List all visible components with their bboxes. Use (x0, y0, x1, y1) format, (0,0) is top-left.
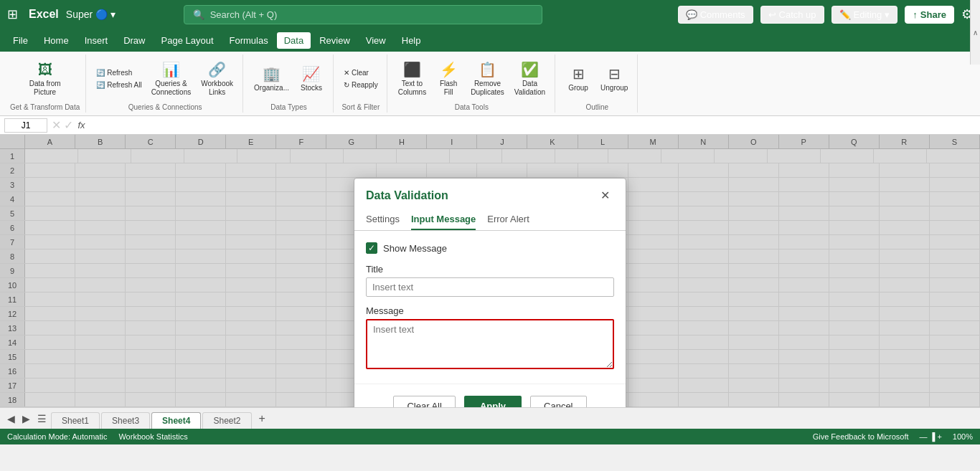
title-field-label: Title (366, 264, 614, 275)
cancel-button[interactable]: Cancel (530, 396, 586, 407)
ungroup-button[interactable]: ⊟ Ungroup (597, 63, 631, 95)
stocks-icon: 📈 (302, 65, 320, 82)
account-chevron[interactable]: ▾ (110, 9, 116, 20)
flash-fill-button[interactable]: ⚡ FlashFill (433, 59, 464, 99)
data-from-picture-icon: 🖼 (38, 62, 52, 78)
dialog-footer: Clear All Apply Cancel (354, 384, 626, 407)
search-input[interactable] (210, 9, 533, 20)
title-bar-left: ⊞ Excel Super 🔵 ▾ (7, 6, 116, 22)
ribbon-group-outline: ⊞ Group ⊟ Ungroup Outline (557, 54, 638, 113)
ribbon-group-queries: 🔄 Refresh 🔄 Refresh All 📊 Queries &Conne… (88, 54, 243, 113)
ribbon-group-label-data-tools: Data Tools (455, 103, 489, 111)
refresh-all-button[interactable]: 🔄 Refresh All (93, 80, 144, 90)
comments-button[interactable]: 💬 Comments (678, 6, 753, 24)
workbook-stats-label[interactable]: Workbook Statistics (118, 432, 187, 441)
dialog-close-button[interactable]: ✕ (596, 187, 614, 204)
reapply-icon: ↻ (344, 81, 349, 89)
show-message-row: ✓ Show Message (366, 242, 614, 254)
formula-bar-divider: ✕ ✓ (52, 118, 73, 132)
formula-input[interactable] (90, 120, 976, 130)
menu-formulas[interactable]: Formulas (222, 32, 275, 49)
ribbon-group-data-types: 🏢 Organiza... 📈 Stocks Data Types (245, 54, 334, 113)
cell-reference-input[interactable] (4, 118, 47, 133)
share-icon: ↑ (913, 9, 918, 20)
ribbon-group-label-data-types: Data Types (270, 103, 306, 111)
catchup-icon: ↩ (768, 9, 776, 20)
calculation-mode-label: Calculation Mode: Automatic (7, 432, 107, 441)
menu-review[interactable]: Review (312, 32, 357, 49)
ribbon-group-sort-filter-content: ✕ Clear ↻ Reapply (341, 56, 381, 102)
search-icon: 🔍 (193, 9, 204, 20)
ribbon: 🖼 Data fromPicture Get & Transform Data … (0, 52, 980, 116)
tab-settings[interactable]: Settings (366, 209, 400, 230)
comments-icon: 💬 (686, 9, 697, 20)
queries-connections-button[interactable]: 📊 Queries &Connections (148, 59, 195, 99)
excel-logo: Excel (29, 8, 59, 21)
show-message-checkbox[interactable]: ✓ (366, 242, 377, 254)
status-bar-left: Calculation Mode: Automatic Workbook Sta… (7, 432, 188, 441)
account-icon: 🔵 (95, 9, 108, 20)
search-bar[interactable]: 🔍 (184, 5, 542, 24)
sheet-tab-sheet4[interactable]: Sheet4 (151, 412, 201, 429)
sheet-tab-sheet2[interactable]: Sheet2 (202, 412, 251, 429)
ribbon-group-get-transform: 🖼 Data fromPicture Get & Transform Data (4, 54, 86, 113)
message-field-label: Message (366, 305, 614, 316)
menu-draw[interactable]: Draw (116, 32, 152, 49)
text-to-columns-icon: ⬛ (403, 61, 421, 78)
menu-bar: File Home Insert Draw Page Layout Formul… (0, 29, 980, 52)
clear-button[interactable]: ✕ Clear (341, 67, 381, 78)
remove-duplicates-button[interactable]: 📋 RemoveDuplicates (467, 59, 508, 99)
refresh-icon: 🔄 (96, 69, 105, 77)
menu-help[interactable]: Help (395, 32, 428, 49)
flash-fill-icon: ⚡ (440, 61, 458, 78)
reapply-button[interactable]: ↻ Reapply (341, 80, 381, 90)
ribbon-collapse-button[interactable]: ∧ (970, 0, 980, 65)
catchup-button[interactable]: ↩ Catch up (760, 6, 824, 24)
stocks-button[interactable]: 📈 Stocks (296, 63, 327, 95)
ribbon-col-refresh: 🔄 Refresh 🔄 Refresh All (93, 67, 144, 90)
title-field-input[interactable] (366, 277, 614, 297)
status-bar: Calculation Mode: Automatic Workbook Sta… (0, 429, 980, 444)
workbook-links-button[interactable]: 🔗 WorkbookLinks (197, 59, 237, 99)
sheet-tab-sheet1[interactable]: Sheet1 (51, 412, 100, 429)
data-validation-dialog: Data Validation ✕ Settings Input Message… (354, 178, 626, 407)
ribbon-group-label-sort-filter: Sort & Filter (341, 103, 380, 111)
data-from-picture-button[interactable]: 🖼 Data fromPicture (26, 60, 65, 99)
feedback-label[interactable]: Give Feedback to Microsoft (813, 432, 909, 441)
menu-file[interactable]: File (6, 32, 35, 49)
show-message-label: Show Message (383, 243, 447, 254)
main-area: A B C D E F G H I J K L M N O P Q R S 1 … (0, 135, 980, 407)
menu-data[interactable]: Data (277, 32, 311, 49)
refresh-button[interactable]: 🔄 Refresh (93, 67, 144, 78)
editing-button[interactable]: ✏️ Editing ▾ (831, 6, 898, 24)
modal-overlay: Data Validation ✕ Settings Input Message… (0, 135, 980, 407)
tab-nav-prev-button[interactable]: ◀ (4, 413, 18, 424)
add-sheet-button[interactable]: + (253, 409, 271, 428)
fx-label: fx (77, 120, 85, 130)
ribbon-group-data-types-content: 🏢 Organiza... 📈 Stocks (250, 56, 327, 102)
menu-page-layout[interactable]: Page Layout (154, 32, 221, 49)
tab-error-alert[interactable]: Error Alert (487, 209, 529, 230)
menu-view[interactable]: View (359, 32, 393, 49)
tab-nav-menu-button[interactable]: ☰ (34, 413, 50, 424)
message-field-textarea[interactable] (366, 319, 614, 369)
organize-button[interactable]: 🏢 Organiza... (250, 63, 293, 95)
group-button[interactable]: ⊞ Group (562, 63, 594, 95)
dialog-header: Data Validation ✕ (354, 179, 626, 204)
ribbon-col-clear-reapply: ✕ Clear ↻ Reapply (341, 67, 381, 90)
waffle-icon[interactable]: ⊞ (7, 6, 18, 22)
tab-input-message[interactable]: Input Message (411, 209, 476, 230)
ribbon-group-label-outline: Outline (585, 103, 608, 111)
sheet-tab-sheet3[interactable]: Sheet3 (101, 412, 150, 429)
clear-all-button[interactable]: Clear All (393, 396, 455, 407)
status-bar-right: Give Feedback to Microsoft — ▐ + 100% (813, 432, 973, 441)
editing-icon: ✏️ (839, 9, 851, 20)
text-to-columns-button[interactable]: ⬛ Text toColumns (395, 59, 430, 99)
menu-insert[interactable]: Insert (77, 32, 116, 49)
data-validation-button[interactable]: ✅ DataValidation (511, 59, 549, 99)
dialog-tabs: Settings Input Message Error Alert (354, 209, 626, 231)
tab-nav-next-button[interactable]: ▶ (19, 413, 33, 424)
menu-home[interactable]: Home (37, 32, 76, 49)
apply-button[interactable]: Apply (464, 396, 522, 407)
share-button[interactable]: ↑ Share (905, 6, 954, 24)
